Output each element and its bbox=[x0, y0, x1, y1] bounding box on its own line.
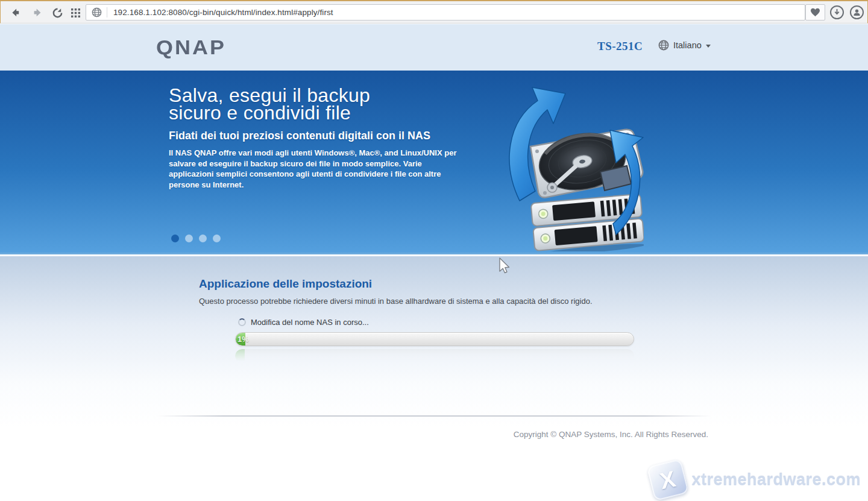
section-heading: Applicazione delle impostazioni bbox=[199, 277, 372, 291]
url-text[interactable]: 192.168.1.102:8080/cgi-bin/quick/html/in… bbox=[113, 8, 333, 17]
copyright-text: Copyright © QNAP Systems, Inc. All Right… bbox=[199, 430, 708, 439]
watermark-x: X bbox=[658, 465, 678, 494]
browser-toolbar: 192.168.1.102:8080/cgi-bin/quick/html/in… bbox=[0, 1, 868, 24]
loading-spinner-icon bbox=[238, 318, 246, 326]
language-selector[interactable]: Italiano bbox=[658, 40, 711, 51]
site-globe-icon bbox=[92, 7, 102, 17]
carousel-dot-2[interactable] bbox=[185, 235, 193, 242]
chevron-down-icon bbox=[706, 45, 711, 48]
apps-grid-button[interactable] bbox=[68, 5, 83, 20]
download-icon bbox=[834, 9, 840, 16]
back-button[interactable] bbox=[8, 5, 22, 20]
watermark-text: xtremehardware.com bbox=[691, 471, 861, 490]
globe-icon bbox=[658, 40, 669, 51]
reload-icon bbox=[52, 7, 63, 19]
hard-drive-sync-illustration bbox=[499, 75, 644, 254]
browser-window: 192.168.1.102:8080/cgi-bin/quick/html/in… bbox=[0, 0, 868, 501]
profile-button[interactable] bbox=[850, 5, 864, 19]
watermark: X xtremehardware.com bbox=[650, 462, 861, 497]
xtremehardware-badge-icon: X bbox=[647, 459, 689, 501]
site-header: QNAP TS-251C Italiano bbox=[0, 24, 868, 71]
address-bar[interactable]: 192.168.1.102:8080/cgi-bin/quick/html/in… bbox=[86, 4, 805, 20]
reload-button[interactable] bbox=[50, 5, 64, 20]
carousel-dot-1[interactable] bbox=[171, 235, 179, 242]
hero-subtitle: Fidati dei tuoi preziosi contenuti digit… bbox=[169, 130, 464, 142]
apps-grid-icon bbox=[71, 8, 81, 18]
progress-percent-label: 1% bbox=[237, 335, 249, 344]
footer-divider bbox=[157, 415, 711, 417]
status-row: Modifica del nome NAS in corso... bbox=[238, 318, 369, 327]
hero-text: Salva, esegui il backup sicuro e condivi… bbox=[169, 87, 464, 190]
downloads-button[interactable] bbox=[830, 5, 844, 19]
forward-arrow-icon bbox=[32, 7, 44, 19]
back-arrow-icon bbox=[9, 7, 21, 19]
forward-button[interactable] bbox=[31, 5, 45, 20]
progress-bar-reflection bbox=[235, 349, 634, 363]
nas-model-label: TS-251C bbox=[597, 40, 643, 53]
language-label: Italiano bbox=[673, 40, 702, 50]
heart-icon bbox=[810, 8, 820, 17]
status-text: Modifica del nome NAS in corso... bbox=[251, 318, 369, 327]
progress-bar: 1% bbox=[235, 332, 634, 346]
hero-body: Il NAS QNAP offre vari modi agli utenti … bbox=[169, 148, 457, 190]
carousel-dots bbox=[171, 235, 221, 242]
carousel-dot-4[interactable] bbox=[213, 235, 221, 242]
hero-banner: Salva, esegui il backup sicuro e condivi… bbox=[0, 71, 868, 254]
section-description: Questo processo potrebbe richiedere dive… bbox=[199, 297, 593, 306]
carousel-dot-3[interactable] bbox=[199, 235, 207, 242]
hero-title: Salva, esegui il backup sicuro e condivi… bbox=[169, 87, 464, 122]
person-icon bbox=[853, 8, 861, 16]
bookmark-button[interactable] bbox=[805, 4, 825, 20]
address-bar-separator bbox=[107, 7, 107, 17]
qnap-logo: QNAP bbox=[156, 36, 226, 60]
